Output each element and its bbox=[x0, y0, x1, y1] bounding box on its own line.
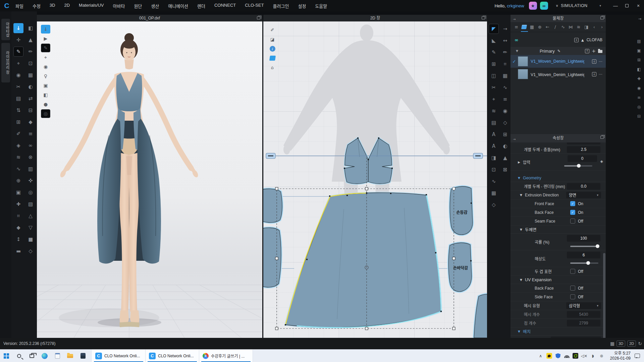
edit-tool-icon[interactable]: ✏ bbox=[25, 47, 36, 57]
menu-item[interactable]: 파일 bbox=[15, 3, 23, 9]
avatar-3d-scene[interactable] bbox=[37, 21, 262, 338]
avatar[interactable] bbox=[59, 33, 199, 327]
star-tool-icon[interactable]: ✜ bbox=[25, 176, 36, 186]
notification-center-icon[interactable] bbox=[635, 354, 640, 358]
viewport-3d[interactable]: ↓▶✎⌖◉♀▣◧●◎ bbox=[37, 21, 262, 338]
scissors-tool-icon[interactable]: ✂ bbox=[13, 82, 23, 92]
rail-garment-icon[interactable]: ▣ bbox=[635, 47, 643, 54]
sew-segment-icon[interactable]: ↔ bbox=[500, 36, 510, 46]
press-tool-icon[interactable]: ▲ bbox=[25, 35, 36, 45]
grid-tool-icon[interactable]: ⊞ bbox=[13, 117, 23, 127]
exchange-tool-icon[interactable]: ⇄ bbox=[25, 94, 36, 104]
hash-tool-icon[interactable]: ⌗ bbox=[13, 211, 23, 221]
save-fabric-icon[interactable]: ↓ bbox=[592, 59, 596, 64]
refresh-icon[interactable]: ↻ bbox=[638, 341, 642, 346]
solid-tool-icon[interactable]: ■ bbox=[25, 234, 36, 244]
front-face-checkbox[interactable]: ✓On bbox=[570, 201, 606, 206]
add-fabric-icon[interactable]: + bbox=[574, 38, 579, 42]
select-tool-icon[interactable]: ✛ bbox=[13, 35, 23, 45]
graphic-tab-icon[interactable]: ▦ bbox=[528, 23, 536, 32]
mesh-type-dropdown[interactable]: 삼각형▾ bbox=[566, 302, 601, 309]
close-button[interactable]: × bbox=[633, 0, 644, 11]
buttonhole-tab-icon[interactable]: ← bbox=[544, 23, 551, 32]
kakaotalk-icon[interactable] bbox=[546, 352, 553, 360]
edit-group-icon[interactable]: ✎ bbox=[557, 49, 560, 53]
shade-tool-icon[interactable]: ▧ bbox=[25, 199, 36, 209]
trim-tab-icon[interactable]: ◨ bbox=[583, 23, 590, 32]
polygon-icon[interactable]: ◫ bbox=[489, 71, 499, 81]
dock-tab-library[interactable]: 라이브러리 창 bbox=[1, 43, 10, 82]
seam-icon[interactable]: ≋ bbox=[489, 106, 499, 116]
home-icon[interactable]: ⌂ bbox=[268, 63, 277, 72]
pattern-piece-hand-back[interactable]: 손등감 bbox=[450, 186, 473, 235]
windows-security-icon[interactable] bbox=[554, 352, 562, 360]
simulation-button[interactable]: » SIMULATION bbox=[556, 3, 588, 8]
plus-tool-icon[interactable]: ✚ bbox=[13, 199, 23, 209]
animation-icon[interactable]: ▶ bbox=[41, 34, 50, 43]
curvature-slider[interactable] bbox=[570, 246, 598, 247]
start-button[interactable] bbox=[0, 350, 13, 362]
layout-grid-icon[interactable]: ▦ bbox=[610, 341, 614, 346]
skin-display-icon[interactable]: ● bbox=[41, 100, 50, 109]
topstitch-tab-icon[interactable]: ∕ bbox=[551, 23, 559, 32]
awl-icon[interactable]: ✐ bbox=[268, 26, 277, 34]
bow-tab-icon[interactable]: ⋈ bbox=[567, 23, 575, 32]
extrusion-direction-dropdown[interactable]: 양면▾ bbox=[566, 192, 601, 198]
text-tool-icon[interactable]: A bbox=[489, 129, 499, 139]
cut-icon[interactable]: ✂ bbox=[489, 82, 499, 93]
paint-icon[interactable]: ✎ bbox=[41, 44, 50, 52]
pattern-piece-palm[interactable]: 손바닥감 bbox=[448, 243, 472, 292]
dia3-icon[interactable]: ◇ bbox=[500, 118, 510, 128]
sewing-tool-icon[interactable]: ▤ bbox=[13, 94, 23, 104]
volume-muted-icon[interactable]: ◁× bbox=[581, 352, 588, 360]
board-tool-icon[interactable]: ▣ bbox=[13, 187, 23, 197]
float-window-icon[interactable] bbox=[482, 16, 485, 19]
curvature-field[interactable]: 100 bbox=[567, 235, 600, 242]
wave2-icon[interactable]: ∿ bbox=[489, 176, 499, 186]
measure-tool-icon[interactable]: ↕ bbox=[13, 234, 23, 244]
float-window-icon[interactable] bbox=[600, 16, 604, 19]
boxed-icon[interactable]: ⊡ bbox=[489, 165, 499, 175]
tabs-prev-icon[interactable]: ‹ bbox=[590, 23, 598, 32]
info-icon[interactable]: i bbox=[268, 45, 277, 53]
minimize-button[interactable]: — bbox=[610, 0, 621, 11]
fabric-item[interactable]: ✓ V1_Woven_Denim_Lightweight ↓ ⋯ bbox=[511, 55, 606, 68]
file-explorer-icon[interactable] bbox=[64, 350, 76, 362]
pattern-piece-left-b[interactable] bbox=[263, 228, 281, 287]
down-tool-icon[interactable]: ▽ bbox=[25, 223, 36, 233]
garment-display-icon[interactable]: ▣ bbox=[41, 81, 50, 90]
float-window-icon[interactable] bbox=[600, 136, 604, 139]
edit-curve-icon[interactable]: ✎ bbox=[489, 47, 499, 57]
rail-add-icon[interactable]: ✚ bbox=[635, 75, 643, 82]
keyframe-diamond-icon[interactable]: ◈ bbox=[600, 159, 603, 164]
disabled-status-icon[interactable]: ⊗ bbox=[598, 352, 605, 360]
save-fabric-icon[interactable]: ↓ bbox=[592, 72, 596, 76]
edit-sew-icon[interactable]: ✏ bbox=[500, 47, 510, 57]
item-menu-icon[interactable]: ⋯ bbox=[599, 72, 602, 76]
task-view-button[interactable] bbox=[25, 350, 38, 362]
pressure-field[interactable]: 0 bbox=[568, 155, 597, 162]
layer2-icon[interactable]: ≡ bbox=[500, 94, 510, 104]
closet-connect-button[interactable]: ∞ bbox=[540, 2, 548, 10]
menu-item[interactable]: 2D bbox=[64, 3, 70, 9]
wave-tool-icon[interactable]: ∿ bbox=[13, 164, 23, 174]
menu-item[interactable]: CONNECT bbox=[214, 3, 236, 9]
minusbox-tool-icon[interactable]: ⊟ bbox=[25, 105, 36, 115]
half2-icon[interactable]: ◐ bbox=[500, 141, 510, 151]
notepad-icon[interactable] bbox=[51, 350, 64, 362]
fabric-view-icon[interactable] bbox=[268, 54, 277, 62]
boxx-icon[interactable]: ⊠ bbox=[500, 165, 510, 175]
pattern-tool-icon[interactable]: ▦ bbox=[25, 70, 36, 80]
gem-tool-icon[interactable]: ◈ bbox=[13, 140, 23, 150]
loop-tool-icon[interactable]: ∞ bbox=[25, 140, 36, 150]
menu-item[interactable]: 설정 bbox=[298, 3, 306, 9]
menu-item[interactable]: Materials/UV bbox=[79, 3, 104, 9]
back-face-checkbox[interactable]: ✓On bbox=[570, 210, 606, 215]
viewport-2d[interactable]: 손등감 손바닥감 bbox=[263, 21, 487, 338]
resolution-slider[interactable] bbox=[570, 262, 598, 264]
avatar-display-icon[interactable]: ♀ bbox=[41, 72, 50, 80]
taskbar-window-clo-2[interactable]: C CLO Network Onli... bbox=[146, 350, 199, 362]
pin-tool-icon[interactable]: ⌖ bbox=[13, 58, 23, 68]
panel-icon[interactable]: ◪ bbox=[268, 35, 277, 44]
tack-icon[interactable]: ◉ bbox=[41, 62, 50, 71]
